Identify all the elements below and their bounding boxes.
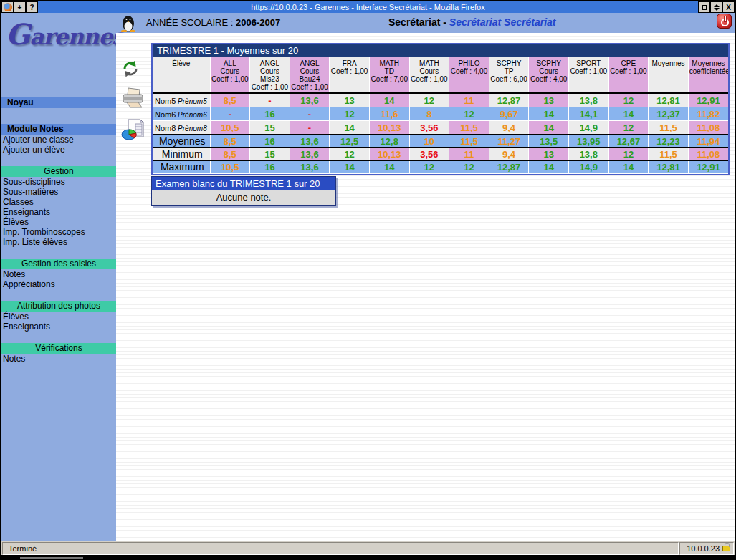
- host-indicator[interactable]: 10.0.0.23: [679, 542, 734, 555]
- col-header-angl-cours-mis23-coeff-1-00: ANGL Cours Mis23 Coeff : 1,00: [250, 57, 290, 93]
- sidebar-item-ajouter-une-classe[interactable]: Ajouter une classe: [1, 135, 116, 145]
- grade-cell: -: [250, 93, 290, 107]
- grade-cell: 11: [449, 148, 489, 160]
- sidebar-section-noyau: Noyau: [1, 97, 116, 108]
- grades-row-minimum: Minimum8,51513,61210,133,56119,41313,812…: [153, 148, 728, 160]
- school-year-label: ANNÉE SCOLAIRE : 2006-2007: [146, 17, 280, 28]
- tux-penguin-icon: [120, 14, 136, 35]
- header-band: ANNÉE SCOLAIRE : 2006-2007 Secrétariat -…: [116, 13, 735, 33]
- sidebar-nav: NoyauModule NotesAjouter une classeAjout…: [1, 97, 116, 375]
- col-header-philo-coeff-4-00: PHILO Coeff : 4,00: [449, 57, 489, 93]
- sidebar-item-classes[interactable]: Classes: [1, 197, 116, 207]
- grade-cell: 11,08: [688, 121, 728, 135]
- grade-cell: 12: [330, 148, 370, 160]
- sidebar-item-eleves[interactable]: Élèves: [1, 312, 116, 322]
- grade-cell: 14: [369, 160, 409, 173]
- sidebar-item-imp-liste-eleves[interactable]: Imp. Liste élèves: [1, 237, 116, 247]
- sidebar-item-appreciations[interactable]: Appréciations: [1, 279, 116, 289]
- sidebar-item-enseignants[interactable]: Enseignants: [1, 322, 116, 332]
- window-shade-button[interactable]: [710, 1, 722, 13]
- window-titlebar: + ? https://10.0.0.23 - Garennes - Inter…: [1, 1, 735, 13]
- col-header-moyennes: Moyennes: [649, 57, 689, 93]
- grade-cell: 11,6: [369, 107, 409, 121]
- grade-cell: 9,4: [489, 148, 529, 160]
- window-plus-button[interactable]: +: [14, 1, 26, 13]
- grades-header-row: Élève ALL Cours Coeff : 1,00ANGL Cours M…: [153, 57, 728, 93]
- grades-row-nom8: Nom8 Prènom810,515-1410,133,5611,59,4141…: [153, 121, 728, 135]
- sidebar-section-header-noyau: Noyau: [1, 97, 116, 108]
- status-bar: Terminé 10.0.0.23: [1, 541, 735, 555]
- grade-cell: 14: [330, 160, 370, 173]
- grade-cell: -: [290, 107, 330, 121]
- sidebar-item-notes[interactable]: Notes: [1, 269, 116, 279]
- grades-row-nom6: Nom6 Prènom6-16-1211,68129,671414,11412,…: [153, 107, 728, 121]
- grade-cell: 12: [409, 93, 449, 107]
- grade-cell: 9,4: [489, 121, 529, 135]
- col-header-fra-coeff-1-00: FRA Coeff : 1,00: [330, 57, 370, 93]
- sidebar-section-header-attribution-des-photos: Attribution des photos: [1, 301, 116, 312]
- sidebar-section-attribution-des-photos: Attribution des photosÉlèvesEnseignants: [1, 301, 116, 332]
- grade-cell: 13,95: [568, 135, 608, 148]
- grade-cell: 12,87: [489, 93, 529, 107]
- grade-cell: 10,13: [369, 148, 409, 160]
- grade-cell: 12: [608, 93, 649, 107]
- window-maximize-button[interactable]: [698, 1, 710, 13]
- sidebar-item-sous-matieres[interactable]: Sous-matières: [1, 187, 116, 197]
- grade-cell: 8,5: [210, 135, 250, 148]
- grade-cell: 10,5: [210, 160, 250, 173]
- sidebar-item-sous-disciplines[interactable]: Sous-disciplines: [1, 177, 116, 187]
- grade-cell: 13,6: [290, 160, 330, 173]
- grade-cell: 13,6: [290, 135, 330, 148]
- sidebar-item-imp-trombinoscopes[interactable]: Imp. Trombinoscopes: [1, 227, 116, 237]
- sidebar-item-ajouter-un-eleve[interactable]: Ajouter un élève: [1, 145, 116, 155]
- grade-cell: 3,56: [409, 148, 449, 160]
- user-name: Secrétariat Secrétariat: [449, 16, 556, 28]
- grade-cell: 14,1: [568, 107, 608, 121]
- sidebar-item-eleves[interactable]: Élèves: [1, 217, 116, 227]
- student-name-cell: Nom6 Prènom6: [153, 107, 210, 121]
- grade-cell: 11,94: [688, 135, 728, 148]
- grade-cell: 12,87: [489, 160, 529, 173]
- main-content: TRIMESTRE 1 - Moyennes sur 20 Élève ALL …: [116, 33, 735, 541]
- col-header-math-td-coeff-7-00: MATH TD Coeff : 7,00: [369, 57, 409, 93]
- grade-cell: 12,8: [369, 135, 409, 148]
- grade-cell: 11,5: [449, 121, 489, 135]
- grade-cell: 16: [250, 160, 290, 173]
- grade-cell: 13,8: [568, 93, 608, 107]
- grade-cell: 15: [250, 121, 290, 135]
- user-role-label: Secrétariat - Secrétariat Secrétariat: [388, 16, 555, 28]
- grade-cell: 3,56: [409, 121, 449, 135]
- grade-cell: 14: [529, 107, 569, 121]
- sidebar-section-header-module-notes: Module Notes: [1, 124, 116, 135]
- grade-cell: 11,5: [449, 135, 489, 148]
- chart-document-icon[interactable]: [120, 119, 150, 145]
- window-help-button[interactable]: ?: [26, 1, 38, 13]
- logout-power-button[interactable]: [717, 14, 732, 29]
- firefox-menu-button[interactable]: [1, 1, 14, 13]
- grade-cell: 16: [250, 107, 290, 121]
- window-close-button[interactable]: X: [722, 1, 735, 13]
- sidebar-item-notes[interactable]: Notes: [1, 354, 116, 364]
- grade-cell: 12: [449, 160, 489, 173]
- grade-cell: 11,5: [649, 148, 689, 160]
- window-title: https://10.0.0.23 - Garennes - Interface…: [38, 1, 698, 13]
- exam-box-title: Examen blanc du TRIMESTRE 1 sur 20: [152, 177, 335, 190]
- col-header-sport-coeff-1-00: SPORT Coeff : 1,00: [568, 57, 608, 93]
- school-year-value: 2006-2007: [236, 17, 280, 28]
- grade-cell: 12: [409, 160, 449, 173]
- firefox-icon: [4, 3, 12, 11]
- sidebar-item-enseignants[interactable]: Enseignants: [1, 207, 116, 217]
- status-text: Terminé: [2, 542, 679, 555]
- aggregate-label-cell: Moyennes: [153, 135, 210, 148]
- grades-row-moyennes: Moyennes8,51613,612,512,81011,511,2713,5…: [153, 135, 728, 148]
- grade-cell: 14,9: [568, 121, 608, 135]
- col-header-eleve: Élève: [153, 57, 210, 93]
- print-icon[interactable]: [120, 87, 150, 113]
- shade-icon: [714, 4, 720, 11]
- sidebar-section-gestion-des-saisies: Gestion des saisiesNotesAppréciations: [1, 259, 116, 289]
- grades-row-nom5: Nom5 Prènom58,5-13,61314121112,871313,81…: [153, 93, 728, 107]
- grade-cell: 12: [608, 121, 649, 135]
- maximize-icon: [702, 5, 707, 10]
- aggregate-label-cell: Maximum: [153, 160, 210, 173]
- refresh-icon[interactable]: [120, 59, 150, 82]
